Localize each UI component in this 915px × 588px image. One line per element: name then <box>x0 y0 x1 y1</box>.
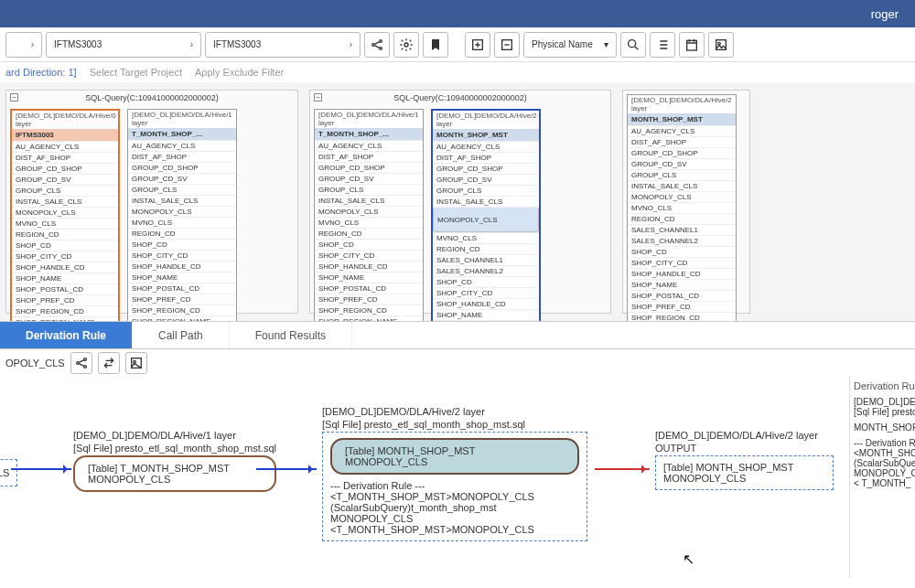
column-row[interactable]: MONOPOLY_CLS <box>315 206 423 217</box>
column-row[interactable]: DIST_AF_SHOP <box>12 152 118 163</box>
name-mode-dropdown[interactable]: Physical Name▾ <box>523 32 617 58</box>
column-row[interactable]: GROUP_CLS <box>433 185 539 196</box>
column-row[interactable]: SHOP_CD <box>128 239 236 250</box>
column-row[interactable]: INSTAL_SALE_CLS <box>433 196 539 207</box>
tab-found-results[interactable]: Found Results <box>230 322 352 348</box>
lineage-canvas[interactable]: −SQL-Query(C:10941000002000002)[DEMO_DL]… <box>0 82 915 322</box>
column-row[interactable]: GROUP_CD_SHOP <box>433 163 539 174</box>
list-icon[interactable] <box>650 32 675 58</box>
column-row[interactable]: SHOP_REGION_CD <box>128 305 236 315</box>
flow-node-1[interactable]: [DEMO_DL]DEMO/DLA/Hive/1 layer [Sql File… <box>73 430 276 492</box>
column-row[interactable]: REGION_CD <box>315 228 423 239</box>
lineage-panel[interactable]: −SQL-Query(C:10940000002000002)[DEMO_DL]… <box>309 90 611 314</box>
column-row[interactable]: SHOP_PREF_CD <box>128 294 236 305</box>
share-small-icon[interactable] <box>70 352 92 374</box>
column-row[interactable]: SHOP_CITY_CD <box>628 257 736 268</box>
column-row[interactable]: SHOP_HANDLE_CD <box>628 268 736 279</box>
bookmark-icon[interactable] <box>423 32 448 58</box>
column-row[interactable]: REGION_CD <box>128 228 236 239</box>
column-row[interactable]: SHOP_CD <box>628 246 736 257</box>
lineage-table[interactable]: [DEMO_DL]DEMO/DLA/Hive/0 layerIFTMS3003A… <box>10 109 120 322</box>
column-row[interactable]: SHOP_HANDLE_CD <box>128 261 236 272</box>
calendar-icon[interactable] <box>679 32 705 58</box>
column-row[interactable]: REGION_CD <box>433 243 539 254</box>
column-row[interactable]: MONOPOLY_CLS <box>12 207 118 218</box>
flow-node-3-box[interactable]: [Table] MONTH_SHOP_MST MONOPOLY_CLS <box>655 455 834 490</box>
column-row[interactable]: GROUP_CD_SHOP <box>128 162 236 173</box>
lineage-table[interactable]: [DEMO_DL]DEMO/DLA/Hive/1 layerT_MONTH_SH… <box>314 109 424 322</box>
column-row[interactable]: GROUP_CD_SHOP <box>628 147 736 158</box>
search-icon[interactable] <box>620 32 646 58</box>
column-row[interactable]: SHOP_CITY_CD <box>12 251 118 262</box>
column-row[interactable]: SHOP_REGION_CD <box>628 312 736 322</box>
column-row[interactable]: SHOP_REGION_NAME <box>315 315 423 322</box>
column-row[interactable]: DIST_AF_SHOP <box>128 151 236 162</box>
column-row[interactable]: SHOP_REGION_CD <box>12 305 118 316</box>
column-row[interactable]: SALES_CHANNEL2 <box>628 235 736 246</box>
column-row[interactable]: SHOP_NAME <box>628 279 736 290</box>
lineage-table[interactable]: [DEMO_DL]DEMO/DLA/Hive/2 layerMONTH_SHOP… <box>431 109 541 322</box>
column-row[interactable]: INSTAL_SALE_CLS <box>628 180 736 191</box>
column-row[interactable]: SHOP_CD <box>315 239 423 250</box>
add-icon[interactable] <box>465 32 490 58</box>
column-row[interactable]: SHOP_NAME <box>12 273 118 283</box>
column-row[interactable]: INSTAL_SALE_CLS <box>128 195 236 206</box>
column-row[interactable]: MVNO_CLS <box>128 217 236 228</box>
column-row[interactable]: GROUP_CD_SV <box>433 174 539 185</box>
column-row[interactable]: SHOP_CD <box>433 276 539 287</box>
image-icon[interactable] <box>708 32 734 58</box>
column-row[interactable]: SALES_CHANNEL1 <box>628 224 736 235</box>
column-row[interactable]: GROUP_CD_SV <box>628 158 736 169</box>
column-row[interactable]: SHOP_POSTAL_CD <box>128 283 236 294</box>
column-row[interactable]: DIST_AF_SHOP <box>628 136 736 147</box>
column-row[interactable]: DIST_AF_SHOP <box>315 151 423 162</box>
column-row[interactable]: INSTAL_SALE_CLS <box>12 196 118 207</box>
column-row[interactable]: SHOP_REGION_NAME <box>128 315 236 322</box>
column-row[interactable]: SHOP_HANDLE_CD <box>433 298 539 309</box>
swap-icon[interactable] <box>98 352 120 374</box>
select-target-link[interactable]: Select Target Project <box>90 67 182 78</box>
lineage-panel[interactable]: [DEMO_DL]DEMO/DLA/Hive/2 layerMONTH_SHOP… <box>622 90 750 314</box>
column-row[interactable]: SHOP_CITY_CD <box>315 250 423 261</box>
column-row[interactable]: MONOPOLY_CLS <box>128 206 236 217</box>
gear-icon[interactable] <box>393 32 419 58</box>
tab-derivation-rule[interactable]: Derivation Rule <box>0 322 133 348</box>
column-row[interactable]: SHOP_NAME <box>315 272 423 283</box>
remove-icon[interactable] <box>494 32 520 58</box>
column-row[interactable]: MONOPOLY_CLS <box>628 191 736 202</box>
select-3[interactable]: IFTMS3003› <box>205 32 361 58</box>
column-row[interactable]: SHOP_POSTAL_CD <box>628 290 736 301</box>
column-row[interactable]: REGION_CD <box>628 213 736 224</box>
column-row[interactable]: SHOP_CD <box>12 240 118 251</box>
share-icon[interactable] <box>364 32 390 58</box>
direction-label[interactable]: ard Direction: 1] <box>5 67 77 78</box>
column-row[interactable]: DIST_AF_SHOP <box>433 152 539 163</box>
column-row[interactable]: SHOP_CITY_CD <box>128 250 236 261</box>
lineage-table[interactable]: [DEMO_DL]DEMO/DLA/Hive/2 layerMONTH_SHOP… <box>627 94 737 322</box>
column-row[interactable]: MVNO_CLS <box>315 217 423 228</box>
column-row[interactable]: GROUP_CLS <box>315 184 423 195</box>
select-1[interactable]: › <box>5 32 42 58</box>
column-row[interactable]: SHOP_POSTAL_CD <box>12 283 118 294</box>
column-row[interactable]: REGION_CD <box>12 229 118 240</box>
column-row[interactable]: GROUP_CD_SV <box>128 173 236 184</box>
column-row[interactable]: GROUP_CLS <box>628 169 736 180</box>
lineage-table[interactable]: [DEMO_DL]DEMO/DLA/Hive/1 layerT_MONTH_SH… <box>127 109 237 322</box>
column-row[interactable]: SHOP_PREF_CD <box>315 294 423 305</box>
column-row[interactable]: AU_AGENCY_CLS <box>315 140 423 151</box>
flow-node-3[interactable]: [DEMO_DL]DEMO/DLA/Hive/2 layer OUTPUT [T… <box>655 430 834 490</box>
column-row[interactable]: SHOP_PREF_CD <box>12 294 118 305</box>
image-small-icon[interactable] <box>125 352 147 374</box>
column-row[interactable]: AU_AGENCY_CLS <box>128 140 236 151</box>
column-row[interactable]: AU_AGENCY_CLS <box>628 125 736 136</box>
column-row[interactable]: SHOP_NAME <box>433 309 539 320</box>
column-row[interactable]: SHOP_HANDLE_CD <box>12 262 118 273</box>
column-row[interactable]: GROUP_CLS <box>128 184 236 195</box>
column-row[interactable]: INSTAL_SALE_CLS <box>315 195 423 206</box>
derivation-flow[interactable]: CLS [DEMO_DL]DEMO/DLA/Hive/1 layer [Sql … <box>0 377 915 560</box>
flow-node-2-box[interactable]: [Table] MONTH_SHOP_MST MONOPOLY_CLS <box>330 438 579 475</box>
column-row[interactable]: SHOP_REGION_CD <box>315 305 423 315</box>
column-row[interactable]: SALES_CHANNEL2 <box>433 265 539 276</box>
collapse-icon[interactable]: − <box>10 93 18 102</box>
column-row[interactable]: AU_AGENCY_CLS <box>433 141 539 152</box>
